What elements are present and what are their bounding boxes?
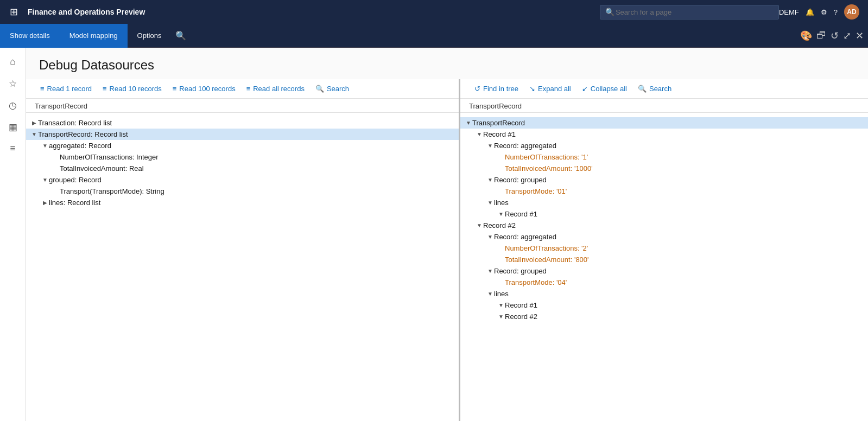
expand-icon[interactable]: ⤢ — [843, 30, 851, 42]
tree-arrow-icon[interactable] — [476, 222, 483, 228]
tree-node-text: Record #1 — [505, 301, 537, 309]
tree-node[interactable]: TransportRecord: Record list — [26, 129, 459, 140]
avatar[interactable]: AD — [844, 4, 859, 20]
tree-node-right[interactable]: Record #1 — [460, 208, 868, 220]
help-icon[interactable]: ? — [834, 8, 838, 16]
tree-arrow-icon[interactable] — [497, 302, 505, 308]
tree-node-text: lines — [494, 290, 509, 298]
tree-node[interactable]: aggregated: Record — [26, 140, 459, 151]
tree-node-right[interactable]: TotalInvoicedAmount: '800' — [460, 254, 868, 265]
tree-node-text: TransportMode: '04' — [505, 278, 567, 286]
tree-node[interactable]: TotalInvoicedAmount: Real — [26, 163, 459, 174]
tree-arrow-icon[interactable] — [486, 143, 494, 149]
readall-button[interactable]: ≡ Read all records — [241, 82, 310, 95]
tree-arrow-icon[interactable] — [497, 211, 505, 217]
tree-node-text: TotalInvoicedAmount: '1000' — [505, 164, 593, 173]
tree-arrow-icon[interactable] — [486, 234, 494, 240]
sub-navigation: Show details Model mapping Options 🔍 🎨 🗗… — [0, 24, 868, 48]
tree-node-right[interactable]: NumberOfTransactions: '2' — [460, 243, 868, 254]
tree-node-text: Record: aggregated — [494, 142, 556, 150]
tree-arrow-icon[interactable] — [486, 177, 494, 183]
tree-arrow-icon[interactable] — [486, 291, 494, 297]
tree-node-right[interactable]: Record #1 — [460, 299, 868, 311]
right-search-button[interactable]: 🔍 Search — [632, 82, 677, 95]
tree-node-text: Transport(TransportMode): String — [60, 187, 164, 195]
tree-node-right[interactable]: TransportMode: '01' — [460, 186, 868, 197]
sub-nav-search-icon[interactable]: 🔍 — [171, 30, 191, 41]
tree-node-right[interactable]: Record: grouped — [460, 174, 868, 186]
sub-nav-right-icons: 🎨 🗗 ↺ ⤢ ✕ — [800, 30, 868, 42]
page-title: Debug Datasources — [26, 48, 868, 79]
tree-node-right[interactable]: NumberOfTransactions: '1' — [460, 151, 868, 163]
expand-all-icon: ↘ — [529, 85, 535, 93]
left-tree-area: Transaction: Record listTransportRecord:… — [26, 113, 459, 421]
tree-node-right[interactable]: Record #2 — [460, 220, 868, 231]
tree-arrow-icon[interactable] — [486, 200, 494, 206]
top-nav-right: DEMF 🔔 ⚙ ? AD — [779, 4, 864, 20]
show-details-button[interactable]: Show details — [0, 24, 60, 48]
global-search-icon: 🔍 — [605, 8, 614, 16]
left-search-button[interactable]: 🔍 Search — [310, 82, 354, 95]
tree-node-right[interactable]: Record #2 — [460, 311, 868, 322]
sidebar-home-icon[interactable]: ⌂ — [2, 52, 24, 72]
sidebar-star-icon[interactable]: ☆ — [2, 74, 24, 93]
tree-node-right[interactable]: TransportMode: '04' — [460, 277, 868, 288]
tree-arrow-icon[interactable] — [30, 120, 38, 126]
read10-label: Read 10 records — [110, 85, 162, 93]
settings-icon[interactable]: ⚙ — [821, 8, 827, 16]
right-panel: ↺ Find in tree ↘ Expand all ↙ Collapse a… — [460, 79, 868, 421]
tree-node[interactable]: NumberOfTransactions: Integer — [26, 151, 459, 163]
refresh-icon[interactable]: ↺ — [831, 30, 839, 42]
tree-node-right[interactable]: Record #1 — [460, 129, 868, 140]
left-search-icon: 🔍 — [315, 85, 324, 93]
close-icon[interactable]: ✕ — [856, 30, 864, 42]
sidebar-clock-icon[interactable]: ◷ — [2, 95, 24, 115]
find-tree-button[interactable]: ↺ Find in tree — [469, 82, 524, 95]
read100-button[interactable]: ≡ Read 100 records — [167, 82, 241, 95]
tree-node-right[interactable]: lines — [460, 197, 868, 208]
tree-node[interactable]: Transport(TransportMode): String — [26, 186, 459, 197]
tree-node-right[interactable]: Record: aggregated — [460, 231, 868, 243]
tree-node-right[interactable]: lines — [460, 288, 868, 299]
app-title: Finance and Operations Preview — [23, 8, 600, 16]
read10-button[interactable]: ≡ Read 10 records — [97, 82, 167, 95]
tree-node[interactable]: grouped: Record — [26, 174, 459, 186]
sidebar-list-icon[interactable]: ≡ — [2, 139, 24, 158]
expand-all-button[interactable]: ↘ Expand all — [524, 82, 576, 95]
sidebar-calendar-icon[interactable]: ▦ — [2, 117, 24, 137]
notification-icon[interactable]: 🔔 — [806, 8, 814, 16]
grid-menu-icon[interactable]: ⊞ — [4, 6, 23, 18]
global-search-input[interactable] — [600, 5, 779, 20]
tree-node-right[interactable]: TransportRecord — [460, 117, 868, 129]
tree-node-text: Record #2 — [505, 312, 537, 321]
tree-node-right[interactable]: TotalInvoicedAmount: '1000' — [460, 163, 868, 174]
left-panel-label: TransportRecord — [26, 99, 459, 113]
tree-node-right[interactable]: Record: aggregated — [460, 140, 868, 151]
collapse-all-button[interactable]: ↙ Collapse all — [576, 82, 632, 95]
tree-arrow-icon[interactable] — [41, 200, 49, 206]
tree-arrow-icon[interactable] — [465, 120, 472, 126]
tree-arrow-icon[interactable] — [41, 143, 49, 149]
tree-node-right[interactable]: Record: grouped — [460, 265, 868, 277]
tree-arrow-icon[interactable] — [41, 177, 49, 183]
read100-label: Read 100 records — [179, 85, 235, 93]
right-panel-toolbar: ↺ Find in tree ↘ Expand all ↙ Collapse a… — [460, 79, 868, 99]
read1-button[interactable]: ≡ Read 1 record — [35, 82, 97, 95]
tree-arrow-icon[interactable] — [30, 131, 38, 137]
left-panel: ≡ Read 1 record ≡ Read 10 records ≡ Read… — [26, 79, 460, 421]
tree-node-text: Transaction: Record list — [38, 119, 112, 127]
tree-node[interactable]: lines: Record list — [26, 197, 459, 208]
window-icon[interactable]: 🗗 — [816, 30, 826, 41]
collapse-all-label: Collapse all — [591, 85, 627, 93]
main-content: Debug Datasources ≡ Read 1 record ≡ Read… — [26, 48, 868, 421]
palette-icon[interactable]: 🎨 — [800, 30, 812, 42]
tree-arrow-icon[interactable] — [497, 314, 505, 320]
find-tree-icon: ↺ — [474, 85, 480, 93]
tree-arrow-icon[interactable] — [476, 131, 483, 137]
tree-node[interactable]: Transaction: Record list — [26, 117, 459, 129]
options-tab[interactable]: Options — [128, 24, 172, 48]
find-tree-label: Find in tree — [483, 85, 518, 93]
model-mapping-button[interactable]: Model mapping — [60, 24, 128, 48]
tree-arrow-icon[interactable] — [486, 268, 494, 274]
tree-node-text: NumberOfTransactions: '2' — [505, 244, 588, 252]
